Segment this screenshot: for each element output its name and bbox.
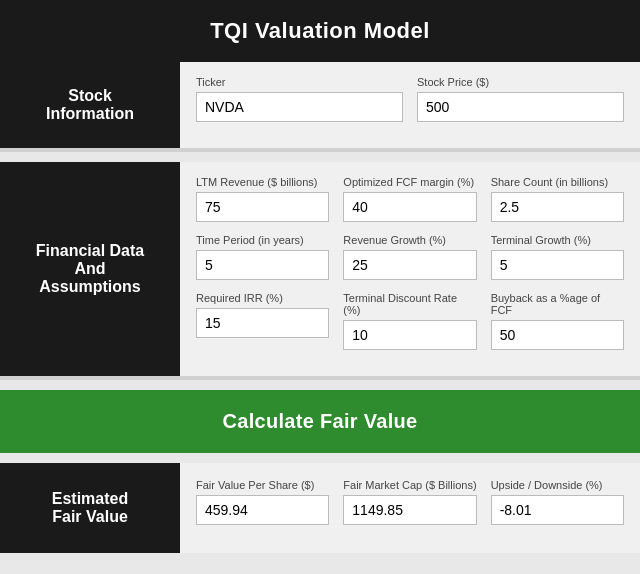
terminal-growth-group: Terminal Growth (%) (491, 234, 624, 280)
fair-market-cap-input[interactable] (343, 495, 476, 525)
stock-information-content: Ticker Stock Price ($) (180, 62, 640, 148)
financial-row-2: Time Period (in years) Revenue Growth (%… (196, 234, 624, 280)
ltm-revenue-input[interactable] (196, 192, 329, 222)
upside-downside-input[interactable] (491, 495, 624, 525)
financial-data-label: Financial DataAndAssumptions (0, 162, 180, 376)
stock-price-label: Stock Price ($) (417, 76, 624, 88)
fair-value-per-share-group: Fair Value Per Share ($) (196, 479, 329, 525)
estimated-fair-value-label: EstimatedFair Value (0, 463, 180, 553)
financial-row-1: LTM Revenue ($ billions) Optimized FCF m… (196, 176, 624, 222)
fair-value-per-share-input[interactable] (196, 495, 329, 525)
gap-2 (0, 380, 640, 390)
required-irr-label: Required IRR (%) (196, 292, 329, 304)
share-count-group: Share Count (in billions) (491, 176, 624, 222)
fcf-margin-group: Optimized FCF margin (%) (343, 176, 476, 222)
buyback-input[interactable] (491, 320, 624, 350)
share-count-input[interactable] (491, 192, 624, 222)
terminal-discount-label: Terminal Discount Rate (%) (343, 292, 476, 316)
financial-data-content: LTM Revenue ($ billions) Optimized FCF m… (180, 162, 640, 376)
stock-information-label: StockInformation (0, 62, 180, 148)
fair-market-cap-group: Fair Market Cap ($ Billions) (343, 479, 476, 525)
page-title: TQI Valuation Model (0, 0, 640, 62)
stock-price-input[interactable] (417, 92, 624, 122)
upside-downside-label: Upside / Downside (%) (491, 479, 624, 491)
estimated-fair-value-section: EstimatedFair Value Fair Value Per Share… (0, 463, 640, 553)
gap-1 (0, 152, 640, 162)
share-count-label: Share Count (in billions) (491, 176, 624, 188)
calculate-fair-value-button[interactable]: Calculate Fair Value (0, 390, 640, 453)
estimated-fair-value-content: Fair Value Per Share ($) Fair Market Cap… (180, 463, 640, 553)
ltm-revenue-label: LTM Revenue ($ billions) (196, 176, 329, 188)
fair-value-per-share-label: Fair Value Per Share ($) (196, 479, 329, 491)
terminal-growth-label: Terminal Growth (%) (491, 234, 624, 246)
buyback-label: Buyback as a %age of FCF (491, 292, 624, 316)
terminal-discount-group: Terminal Discount Rate (%) (343, 292, 476, 350)
revenue-growth-label: Revenue Growth (%) (343, 234, 476, 246)
ticker-field-group: Ticker (196, 76, 403, 122)
ticker-input[interactable] (196, 92, 403, 122)
fcf-margin-label: Optimized FCF margin (%) (343, 176, 476, 188)
revenue-growth-group: Revenue Growth (%) (343, 234, 476, 280)
stock-fields-row: Ticker Stock Price ($) (196, 76, 624, 122)
buyback-group: Buyback as a %age of FCF (491, 292, 624, 350)
required-irr-input[interactable] (196, 308, 329, 338)
terminal-discount-input[interactable] (343, 320, 476, 350)
stock-price-field-group: Stock Price ($) (417, 76, 624, 122)
required-irr-group: Required IRR (%) (196, 292, 329, 350)
revenue-growth-input[interactable] (343, 250, 476, 280)
ticker-label: Ticker (196, 76, 403, 88)
gap-3 (0, 453, 640, 463)
time-period-label: Time Period (in years) (196, 234, 329, 246)
ltm-revenue-group: LTM Revenue ($ billions) (196, 176, 329, 222)
stock-information-section: StockInformation Ticker Stock Price ($) (0, 62, 640, 152)
time-period-group: Time Period (in years) (196, 234, 329, 280)
terminal-growth-input[interactable] (491, 250, 624, 280)
estimated-fields-row: Fair Value Per Share ($) Fair Market Cap… (196, 479, 624, 525)
time-period-input[interactable] (196, 250, 329, 280)
fcf-margin-input[interactable] (343, 192, 476, 222)
financial-row-3: Required IRR (%) Terminal Discount Rate … (196, 292, 624, 350)
fair-market-cap-label: Fair Market Cap ($ Billions) (343, 479, 476, 491)
upside-downside-group: Upside / Downside (%) (491, 479, 624, 525)
financial-data-section: Financial DataAndAssumptions LTM Revenue… (0, 162, 640, 380)
